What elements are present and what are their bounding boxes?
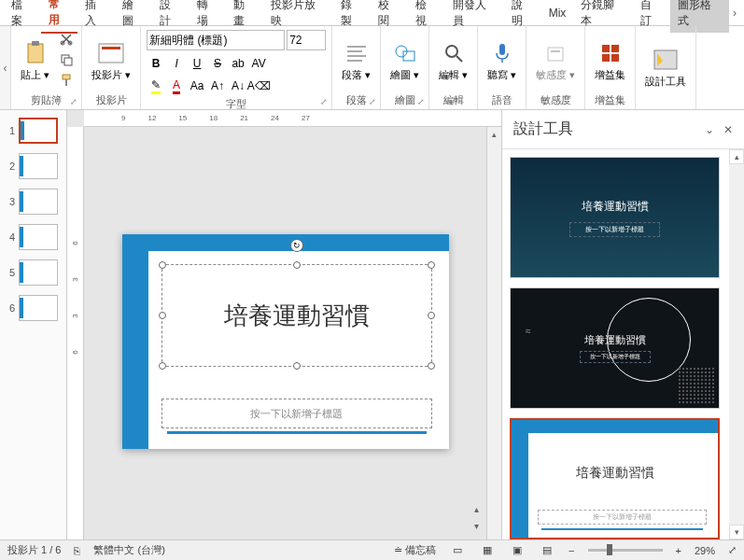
clipboard-icon: [22, 40, 49, 66]
grow-font-button[interactable]: A↑: [208, 77, 227, 95]
new-slide-button[interactable]: 投影片 ▾: [88, 30, 134, 91]
scroll-up-icon[interactable]: ▴: [487, 127, 501, 142]
copy-button[interactable]: [57, 50, 76, 69]
handle-s[interactable]: [293, 362, 301, 370]
rotate-handle[interactable]: ↻: [290, 239, 303, 252]
highlight-button[interactable]: ✎: [147, 77, 165, 95]
shrink-font-button[interactable]: A↓: [229, 77, 247, 95]
tab-overflow[interactable]: ›: [729, 3, 740, 23]
thumb-5[interactable]: 5: [4, 259, 63, 286]
handle-sw[interactable]: [159, 362, 166, 370]
group-clipboard: 貼上 ▾ 剪貼簿 ⤢: [11, 26, 82, 109]
editing-button[interactable]: 編輯 ▾: [435, 30, 471, 91]
notes-button[interactable]: ≐ 備忘稿: [394, 543, 436, 557]
design-option-1[interactable]: 培養運動習慣 按一下以新增子標題: [510, 157, 720, 278]
accessibility-icon[interactable]: ⎘: [74, 545, 80, 556]
change-case-button[interactable]: Aa: [188, 77, 206, 95]
thumb-2[interactable]: 2: [4, 153, 63, 179]
dictate-button[interactable]: 聽寫 ▾: [484, 30, 520, 91]
handle-se[interactable]: [428, 362, 435, 370]
italic-button[interactable]: I: [167, 54, 186, 73]
prev-slide-icon[interactable]: ▴: [470, 502, 483, 515]
slide-canvas[interactable]: ↻ 培養運動習慣 按一下以新增子標題 ▴: [84, 127, 486, 539]
title-placeholder[interactable]: ↻ 培養運動習慣: [161, 264, 432, 367]
editor-vscroll[interactable]: ▴ ▾: [486, 127, 501, 539]
handle-n[interactable]: [293, 261, 301, 269]
thumb-3[interactable]: 3: [4, 189, 63, 215]
designer-collapse-icon[interactable]: ⌄: [705, 123, 714, 136]
slide-counter[interactable]: 投影片 1 / 6: [7, 543, 61, 557]
font-size-select[interactable]: [287, 30, 326, 50]
designer-scroll-up[interactable]: ▴: [729, 149, 744, 164]
thumbnail-panel[interactable]: 1 2 3 4 5 6: [0, 110, 67, 539]
zoom-slider[interactable]: [588, 549, 663, 552]
font-dialog-launcher[interactable]: ⤢: [318, 96, 330, 107]
font-name-select[interactable]: [147, 30, 285, 50]
clear-format-button[interactable]: A⌫: [249, 77, 268, 95]
addins-button[interactable]: 增益集: [591, 30, 629, 91]
handle-ne[interactable]: [428, 261, 435, 269]
design-option-3[interactable]: 培養運動習慣 按一下以新增子標題: [510, 418, 720, 539]
sensitivity-button[interactable]: 敏感度 ▾: [532, 30, 579, 91]
sensitivity-label: 敏感度: [536, 69, 567, 80]
paste-button[interactable]: 貼上 ▾: [17, 30, 53, 91]
svg-rect-25: [611, 54, 619, 62]
designer-button[interactable]: 設計工具: [641, 30, 690, 105]
ribbon-collapse-left[interactable]: ‹: [0, 26, 11, 109]
clipboard-dialog-launcher[interactable]: ⤢: [68, 96, 79, 107]
bold-button[interactable]: B: [147, 54, 165, 73]
designer-suggestions[interactable]: 培養運動習慣 按一下以新增子標題 ≈ 培養運動習慣 按一下以新增子標題 培養運動…: [502, 149, 729, 539]
title-text[interactable]: 培養運動習慣: [224, 300, 370, 332]
handle-w[interactable]: [159, 312, 166, 319]
next-slide-icon[interactable]: ▾: [470, 519, 483, 532]
designer-scrollbar[interactable]: ▴ ▾: [729, 149, 744, 539]
group-designer: 設計工具: [636, 26, 696, 109]
designer-close-icon[interactable]: ✕: [723, 123, 733, 136]
thumb-6[interactable]: 6: [4, 295, 63, 321]
strike-button[interactable]: S: [208, 54, 227, 73]
slide-icon: [98, 40, 124, 66]
drawing-button[interactable]: 繪圖 ▾: [386, 30, 423, 91]
paragraph-button[interactable]: 段落 ▾: [338, 30, 374, 91]
view-reading-icon[interactable]: ▣: [509, 543, 526, 558]
text-shadow-button[interactable]: ab: [229, 54, 247, 73]
designer-panel: 設計工具 ⌄ ✕ 培養運動習慣 按一下以新增子標題 ≈ 培養運動習慣 按一下以新…: [501, 110, 744, 539]
ruler-vertical[interactable]: 6 3 3 6: [67, 127, 84, 539]
thumb-4[interactable]: 4: [4, 224, 63, 250]
view-sorter-icon[interactable]: ▦: [479, 543, 496, 558]
underline-button[interactable]: U: [188, 54, 206, 73]
fit-to-window-icon[interactable]: ⤢: [728, 544, 737, 556]
svg-rect-20: [548, 48, 563, 61]
view-normal-icon[interactable]: ▭: [449, 543, 466, 558]
format-painter-button[interactable]: [57, 71, 76, 90]
design-option-2[interactable]: ≈ 培養運動習慣 按一下以新增子標題: [510, 287, 720, 409]
font-color-button[interactable]: A: [167, 77, 186, 95]
zoom-in-button[interactable]: +: [676, 545, 681, 556]
fit-icon[interactable]: ⤡: [470, 536, 483, 539]
slide[interactable]: ↻ 培養運動習慣 按一下以新增子標題: [122, 234, 449, 449]
thumb-1[interactable]: 1: [4, 118, 63, 144]
drawing-label: 繪圖: [390, 69, 411, 80]
designer-scroll-down[interactable]: ▾: [729, 525, 744, 539]
svg-rect-22: [602, 45, 610, 52]
ruler-horizontal[interactable]: 9 12 15 18 21 24 27: [84, 110, 501, 127]
view-slideshow-icon[interactable]: ▤: [539, 543, 555, 558]
zoom-percent[interactable]: 29%: [695, 545, 715, 556]
tab-mix[interactable]: Mix: [541, 3, 574, 23]
handle-e[interactable]: [428, 312, 435, 319]
group-sensitivity: 敏感度 ▾ 敏感度: [526, 26, 585, 109]
zoom-out-button[interactable]: −: [569, 545, 574, 556]
handle-nw[interactable]: [159, 261, 166, 269]
drawing-dialog-launcher[interactable]: ⤢: [415, 96, 427, 107]
group-font: B I U S ab AV ✎ A Aa A↑ A↓ A⌫ 字型 ⤢: [141, 26, 332, 109]
cut-button[interactable]: [57, 30, 76, 49]
svg-rect-24: [602, 54, 610, 62]
subtitle-placeholder[interactable]: 按一下以新增子標題: [161, 399, 432, 428]
language-status[interactable]: 繁體中文 (台灣): [93, 543, 164, 557]
designer-icon: [653, 47, 679, 73]
char-spacing-button[interactable]: AV: [249, 54, 268, 73]
editing-group-label: 編輯: [435, 91, 471, 107]
paragraph-dialog-launcher[interactable]: ⤢: [367, 96, 378, 107]
zoom-thumb[interactable]: [607, 544, 612, 555]
addins-icon: [597, 40, 624, 66]
